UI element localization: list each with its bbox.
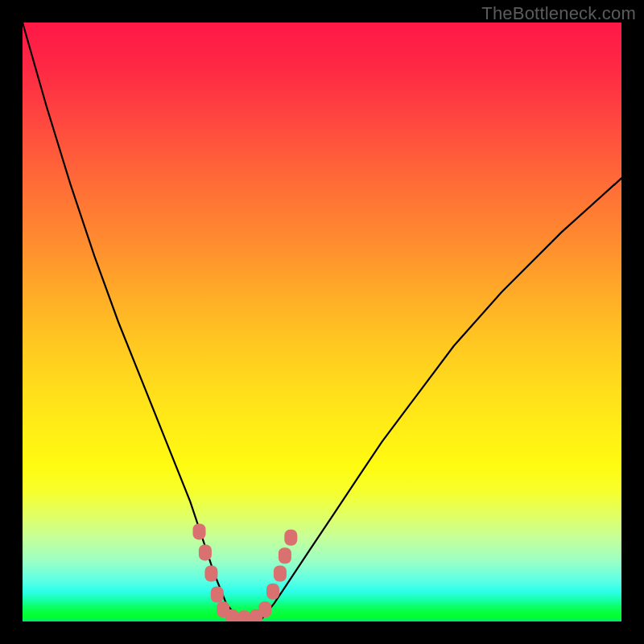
curve-marker [274, 566, 287, 582]
curve-marker [193, 523, 206, 539]
curve-marker [237, 610, 250, 621]
curve-marker [225, 609, 238, 621]
curve-marker [266, 584, 279, 600]
curve-marker [258, 601, 271, 617]
curve-marker [284, 530, 297, 546]
watermark-text: TheBottleneck.com [481, 3, 636, 24]
curve-marker [279, 547, 291, 564]
bottleneck-curve [23, 23, 621, 621]
marker-cluster [193, 523, 298, 621]
plot-area [23, 23, 621, 621]
curve-marker [199, 544, 212, 560]
chart-svg [23, 23, 621, 621]
curve-marker [211, 587, 224, 603]
curve-marker [204, 566, 217, 582]
